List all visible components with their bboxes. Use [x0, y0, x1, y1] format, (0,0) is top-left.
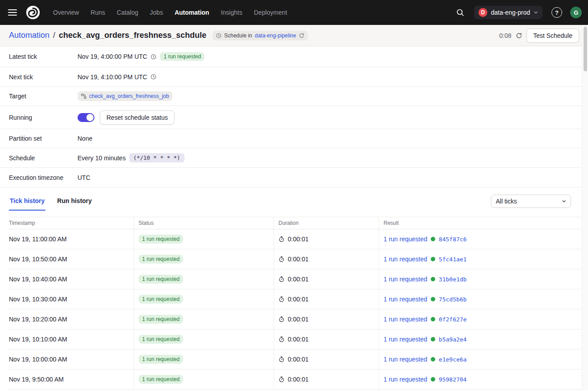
nav-item-runs[interactable]: Runs — [85, 6, 111, 19]
tab-tick-history[interactable]: Tick history — [9, 193, 45, 211]
nav-item-insights[interactable]: Insights — [215, 6, 248, 19]
schedule-location-chip: Schedule in data-eng-pipeline — [212, 31, 307, 41]
cron-chip: (*/10 * * * *) — [129, 153, 184, 162]
tick-duration: 0:00:01 — [288, 356, 309, 363]
refresh-countdown: 0:08 — [499, 32, 511, 39]
tick-row: Nov 19, 11:00:00 AM 1 run requested 0:00… — [9, 229, 582, 249]
scrollbar-thumb[interactable] — [584, 27, 587, 71]
tick-timestamp: Nov 19, 10:30:00 AM — [9, 289, 134, 309]
tick-status-badge: 1 run requested — [139, 375, 183, 384]
latest-tick-time: Nov 19, 4:00:00 PM UTC — [78, 53, 147, 60]
nav-item-overview[interactable]: Overview — [47, 6, 85, 19]
run-id-link[interactable]: 95982704 — [439, 376, 467, 383]
tick-row: Nov 19, 10:50:00 AM 1 run requested 0:00… — [9, 249, 582, 269]
partition-set-value: None — [78, 135, 92, 142]
run-status-dot — [431, 357, 435, 362]
test-schedule-button[interactable]: Test Schedule — [527, 28, 579, 43]
target-job-link[interactable]: check_avg_orders_freshness_job — [89, 93, 169, 99]
code-location-link[interactable]: data-eng-pipeline — [255, 32, 296, 39]
run-requested-link[interactable]: 1 run requested — [384, 336, 427, 343]
tick-filter-value: All ticks — [496, 198, 517, 205]
run-status-dot — [431, 337, 435, 341]
tick-status-badge: 1 run requested — [139, 275, 183, 284]
run-status-dot — [431, 237, 435, 241]
tick-duration: 0:00:01 — [288, 236, 309, 243]
deployment-name: data-eng-prod — [491, 9, 530, 16]
detail-label: Next tick — [9, 73, 78, 81]
schedule-description: Every 10 minutes — [78, 154, 126, 162]
run-id-link[interactable]: e1e9ce6a — [439, 356, 467, 363]
breadcrumb-separator: / — [53, 31, 55, 40]
tick-duration: 0:00:01 — [288, 336, 309, 343]
next-tick-time: Nov 19, 4:10:00 PM UTC — [78, 73, 147, 81]
breadcrumb-automation[interactable]: Automation — [9, 31, 49, 40]
stopwatch-icon — [278, 296, 285, 302]
primary-nav: Overview Runs Catalog Jobs Automation In… — [47, 6, 293, 19]
run-requested-link[interactable]: 1 run requested — [384, 276, 427, 283]
tick-timestamp: Nov 19, 10:50:00 AM — [9, 249, 134, 269]
tick-status-badge: 1 run requested — [139, 295, 183, 304]
help-icon[interactable]: ? — [551, 7, 562, 18]
tick-row: Nov 19, 10:00:00 AM 1 run requested 0:00… — [9, 349, 582, 370]
tick-timestamp: Nov 19, 10:20:00 AM — [9, 309, 134, 329]
tick-duration: 0:00:01 — [288, 376, 309, 383]
run-id-link[interactable]: 845f87c6 — [439, 236, 467, 243]
tick-status-badge: 1 run requested — [139, 315, 183, 324]
run-id-link[interactable]: 31b0e1db — [439, 276, 467, 283]
nav-item-deployment[interactable]: Deployment — [248, 6, 293, 19]
run-status-dot — [431, 317, 435, 321]
running-toggle[interactable] — [78, 113, 94, 122]
tick-timestamp: Nov 19, 10:10:00 AM — [9, 329, 134, 349]
table-header-row: Timestamp Status Duration Result — [9, 217, 582, 229]
run-requested-link[interactable]: 1 run requested — [384, 376, 427, 383]
page-header: Automation / check_avg_orders_freshness_… — [0, 25, 588, 46]
column-header-duration: Duration — [274, 217, 379, 229]
nav-item-jobs[interactable]: Jobs — [144, 6, 169, 19]
stopwatch-icon — [278, 376, 285, 382]
timezone-value: UTC — [78, 174, 90, 181]
tab-run-history[interactable]: Run history — [56, 193, 93, 211]
refresh-icon[interactable] — [516, 32, 522, 39]
user-avatar[interactable]: G — [570, 7, 582, 18]
run-requested-link[interactable]: 1 run requested — [384, 256, 427, 263]
detail-row-next-tick: Next tick Nov 19, 4:10:00 PM UTC — [0, 67, 588, 87]
history-tabs-bar: Tick history Run history All ticks — [0, 187, 588, 211]
menu-icon[interactable] — [6, 5, 20, 20]
detail-label: Schedule — [9, 154, 78, 162]
target-job-chip[interactable]: check_avg_orders_freshness_job — [78, 91, 172, 101]
stopwatch-icon — [278, 256, 285, 262]
stopwatch-icon — [278, 336, 285, 342]
run-requested-link[interactable]: 1 run requested — [384, 316, 427, 323]
run-id-link[interactable]: 0f2f627e — [439, 316, 467, 323]
nav-item-catalog[interactable]: Catalog — [111, 6, 144, 19]
scrollbar[interactable] — [582, 25, 588, 390]
column-header-result: Result — [379, 217, 582, 229]
run-requested-link[interactable]: 1 run requested — [384, 296, 427, 303]
detail-row-schedule: Schedule Every 10 minutes (*/10 * * * *) — [0, 148, 588, 168]
reload-location-icon[interactable] — [299, 33, 304, 38]
run-id-link[interactable]: 5fc41ae1 — [439, 256, 467, 263]
tick-status-badge: 1 run requested — [139, 235, 183, 244]
tick-filter-select[interactable]: All ticks — [491, 195, 571, 208]
detail-label: Execution timezone — [9, 174, 78, 181]
stopwatch-icon — [278, 356, 285, 362]
tick-duration: 0:00:01 — [288, 316, 309, 323]
run-id-link[interactable]: 75cd5b6b — [439, 296, 467, 303]
search-icon[interactable] — [453, 5, 468, 20]
reset-schedule-status-button[interactable]: Reset schedule status — [100, 110, 175, 125]
chevron-down-icon — [562, 199, 566, 203]
top-navbar: Overview Runs Catalog Jobs Automation In… — [0, 0, 588, 25]
tick-row: Nov 19, 10:40:00 AM 1 run requested 0:00… — [9, 269, 582, 289]
dagster-logo[interactable] — [25, 4, 41, 20]
tick-status-badge: 1 run requested — [139, 355, 183, 364]
run-status-dot — [431, 277, 435, 281]
run-status-dot — [431, 257, 435, 261]
column-header-status: Status — [134, 217, 274, 229]
deployment-switcher[interactable]: D data-eng-prod — [474, 6, 543, 19]
run-requested-link[interactable]: 1 run requested — [384, 356, 427, 363]
nav-item-automation[interactable]: Automation — [169, 6, 215, 19]
detail-row-partition-set: Partition set None — [0, 129, 588, 148]
run-requested-link[interactable]: 1 run requested — [384, 236, 427, 243]
run-status-dot — [431, 377, 435, 382]
run-id-link[interactable]: b5a9a2e4 — [439, 336, 467, 343]
